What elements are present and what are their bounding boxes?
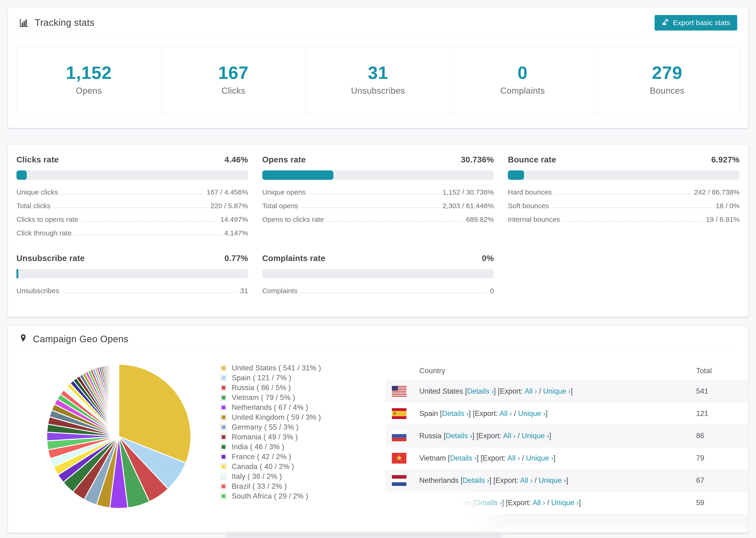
export-basic-stats-button[interactable]: Export basic stats (655, 15, 737, 30)
legend-item: Brazil ( 33 / 2% ) (220, 481, 321, 491)
total-cell: 79 (696, 454, 748, 462)
flag-nl-icon (392, 475, 406, 486)
bracket: ] (546, 409, 548, 418)
legend-swatch-fill (222, 425, 225, 429)
rate-block-bounce-rate: Bounce rate6.927%Hard bounces242 / 86.73… (508, 155, 739, 240)
legend-item: Netherlands ( 67 / 4% ) (220, 403, 321, 412)
country-name: Netherlands (419, 476, 459, 484)
dotted-leader (75, 235, 221, 235)
flag-vn-icon (392, 453, 406, 463)
horizontal-scrollbar[interactable] (226, 532, 502, 538)
stat-label: Complaints (500, 86, 545, 96)
legend-swatch-fill (222, 455, 225, 459)
export-all-link[interactable]: All › (499, 409, 512, 418)
flag-es-icon (392, 408, 406, 419)
legend-label: South Africa ( 29 / 2% ) (232, 492, 308, 501)
rate-row-label: Clicks to opens rate (17, 215, 78, 224)
export-all-link[interactable]: All › (524, 387, 537, 395)
rate-block-clicks-rate: Clicks rate4.46%Unique clicks167 / 4.456… (17, 155, 248, 240)
country-cell: Russia [Details ›] [Export: All › / Uniq… (419, 432, 696, 440)
legend-item: Germany ( 55 / 3% ) (220, 422, 321, 432)
pie-slice-other-40[interactable] (118, 364, 119, 436)
legend-swatch (220, 424, 227, 430)
rate-title: Unsubscribe rate (17, 253, 85, 263)
details-link[interactable]: Details › (450, 454, 477, 462)
bracket: ] [Export: (477, 454, 507, 462)
progress-bar-track (17, 269, 248, 278)
rate-row-label: Soft bounces (508, 202, 549, 210)
geo-title-text: Campaign Geo Opens (33, 334, 129, 344)
export-unique-link[interactable]: Unique › (539, 476, 566, 484)
rate-row: Hard bounces242 / 86.738% (508, 186, 739, 199)
legend-swatch (220, 463, 227, 470)
rate-row-value: 2,303 / 61.446% (443, 202, 494, 210)
export-unique-link[interactable]: Unique › (518, 409, 545, 418)
country-cell: Vietnam [Details ›] [Export: All › / Uni… (419, 454, 696, 462)
rate-row-label: Hard bounces (508, 188, 552, 196)
export-all-link[interactable]: All › (520, 476, 532, 484)
stat-value: 279 (652, 64, 682, 82)
legend-swatch (220, 434, 227, 440)
rate-head: Complaints rate0% (262, 253, 494, 263)
legend-swatch-fill (222, 376, 225, 380)
rate-row: Unique clicks167 / 4.456% (17, 186, 248, 199)
details-link[interactable]: Details › (462, 476, 489, 484)
legend-swatch-fill (222, 445, 225, 449)
rate-row: Total opens2,303 / 61.446% (262, 199, 494, 213)
export-all-link[interactable]: All › (503, 432, 515, 440)
bracket: ] [Export: (469, 409, 499, 418)
rate-row-value: 1,152 / 30.736% (443, 188, 494, 196)
country-name: United States (419, 387, 463, 395)
table-row: United States [Details ›] [Export: All ›… (386, 380, 748, 402)
legend-swatch (220, 493, 227, 499)
rate-row-label: Click through rate (17, 229, 72, 237)
rate-row-label: Total clicks (17, 202, 50, 210)
country-name: Russia (419, 432, 442, 440)
legend-item: Canada ( 40 / 2% ) (220, 462, 321, 471)
details-link[interactable]: Details › (442, 409, 469, 418)
progress-bar-fill (17, 269, 18, 278)
export-unique-link[interactable]: Unique › (522, 432, 549, 440)
legend-item: United States ( 541 / 31% ) (220, 363, 321, 373)
stat-cell-complaints: 0Complaints (450, 47, 595, 112)
legend-swatch-fill (222, 396, 225, 400)
export-unique-link[interactable]: Unique › (551, 499, 579, 507)
geo-header: Campaign Geo Opens (19, 327, 737, 351)
legend-item: Vietnam ( 79 / 5% ) (220, 393, 321, 403)
legend-label: Canada ( 40 / 2% ) (232, 462, 294, 471)
bracket: ] [Export: (489, 476, 520, 484)
legend-label: Spain ( 121 / 7% ) (232, 374, 291, 382)
table-row: Netherlands [Details ›] [Export: All › /… (386, 469, 748, 492)
rate-row: Unique opens1,152 / 30.736% (262, 186, 494, 199)
dotted-leader (555, 194, 691, 194)
export-button-label: Export basic stats (673, 19, 730, 27)
rate-row: Unsubscribes31 (17, 284, 248, 297)
export-unique-link[interactable]: Unique › (526, 454, 553, 462)
rate-row: Click through rate4.147% (17, 226, 248, 240)
stat-value: 1,152 (66, 64, 112, 82)
export-all-link[interactable]: All › (532, 499, 545, 507)
stat-label: Unsubscribes (351, 86, 405, 96)
tracking-stats-title-text: Tracking stats (35, 17, 94, 28)
legend-swatch-fill (222, 415, 225, 419)
export-unique-link[interactable]: Unique › (543, 387, 570, 395)
rate-head: Unsubscribe rate0.77% (17, 253, 248, 263)
rate-value: 30.736% (461, 155, 494, 164)
bracket: [ (471, 499, 475, 507)
details-link[interactable]: Details › (446, 432, 472, 440)
dotted-leader (327, 221, 463, 222)
rate-row-label: Complaints (262, 287, 297, 295)
rate-row-value: 4.147% (224, 229, 248, 237)
rate-row-value: 18 / 0% (716, 202, 739, 210)
country-cell: Spain [Details ›] [Export: All › / Uniqu… (419, 409, 696, 418)
legend-item: Italy ( 36 / 2% ) (220, 471, 321, 481)
details-link[interactable]: Details › (467, 387, 494, 395)
dotted-leader (309, 194, 439, 194)
details-link[interactable]: Details › (475, 499, 502, 507)
legend-label: Italy ( 36 / 2% ) (232, 472, 282, 481)
bar-chart-icon (19, 18, 29, 28)
total-cell: 541 (696, 387, 748, 396)
export-all-link[interactable]: All › (507, 454, 520, 462)
rate-row: Total clicks220 / 5.87% (17, 199, 248, 213)
rate-row-label: Total opens (262, 202, 298, 210)
